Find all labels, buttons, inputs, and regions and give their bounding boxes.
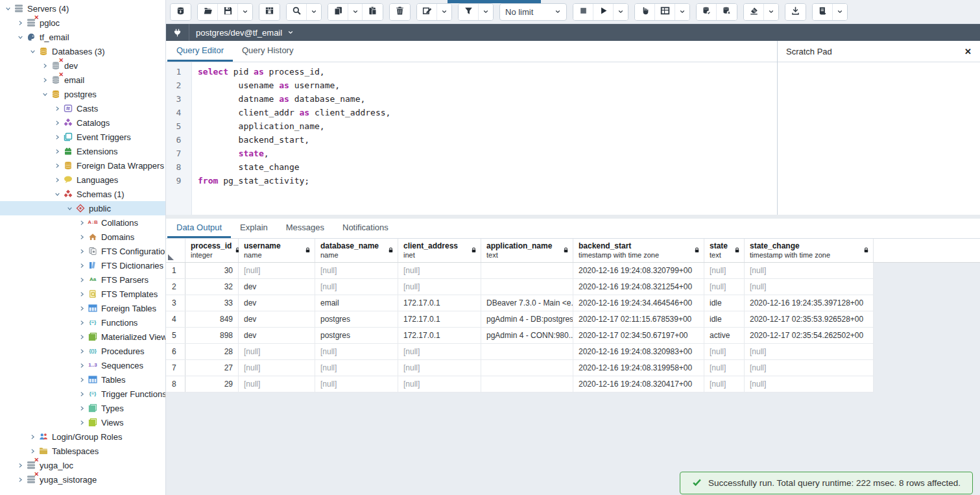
cell-client-address[interactable]: [null] — [398, 344, 481, 359]
cell-process-id[interactable]: 32 — [185, 279, 239, 295]
tab-query-history[interactable]: Query History — [233, 41, 302, 62]
chevron-collapsed-icon[interactable] — [16, 18, 25, 28]
row-number[interactable]: 4 — [166, 311, 185, 327]
cell-database-name[interactable]: [null] — [315, 344, 398, 359]
chevron-expanded-icon[interactable] — [65, 204, 75, 213]
tree-item-languages[interactable]: Languages — [0, 173, 165, 187]
table-row[interactable]: 829[null][null][null]2020-12-16 19:24:08… — [166, 376, 874, 392]
cell-backend-start[interactable]: 2020-12-17 02:11:15.678539+00 — [573, 311, 704, 327]
tree-item-fts-configuration[interactable]: FTS Configuration — [0, 244, 165, 258]
cell-application-name[interactable] — [481, 376, 573, 392]
cell-state-change[interactable]: 2020-12-17 02:35:54.262502+00 — [745, 328, 874, 343]
cell-process-id[interactable]: 33 — [185, 295, 239, 311]
chevron-collapsed-icon[interactable] — [53, 175, 62, 185]
find-button[interactable] — [287, 4, 307, 20]
tree-item-databases-3[interactable]: Databases (3) — [0, 44, 165, 58]
column-header-state[interactable]: statetext — [704, 239, 745, 262]
cell-database-name[interactable]: [null] — [315, 279, 398, 295]
cell-process-id[interactable]: 30 — [185, 263, 239, 278]
view-options-chevron-button[interactable] — [675, 4, 689, 20]
cell-application-name[interactable] — [481, 279, 573, 295]
tree-item-event-triggers[interactable]: Event Triggers — [0, 130, 165, 144]
tree-item-yuga-loc[interactable]: ✕yuga_loc — [0, 458, 165, 472]
edit-options-chevron-button[interactable] — [437, 4, 451, 20]
connection-selector[interactable]: postgres/dev@tf_email — [189, 28, 300, 38]
tree-item-postgres[interactable]: postgres — [0, 87, 165, 101]
tab-query-editor[interactable]: Query Editor — [167, 41, 233, 62]
row-number[interactable]: 5 — [166, 328, 185, 343]
column-header-application-name[interactable]: application_nametext — [481, 239, 573, 262]
cell-client-address[interactable]: [null] — [398, 263, 481, 278]
table-view-button[interactable] — [655, 4, 675, 20]
tree-item-trigger-functions[interactable]: {≡}Trigger Functions — [0, 387, 165, 401]
cell-state-change[interactable]: [null] — [745, 263, 874, 278]
filter-options-chevron-button[interactable] — [479, 4, 493, 20]
cell-state[interactable]: idle — [704, 311, 745, 327]
save-file-button[interactable] — [218, 4, 238, 20]
chevron-expanded-icon[interactable] — [16, 32, 25, 42]
open-file-button[interactable] — [198, 4, 218, 20]
tree-item-procedures[interactable]: {()}Procedures — [0, 344, 165, 358]
filter-button[interactable] — [459, 4, 479, 20]
chevron-expanded-icon[interactable] — [40, 90, 50, 99]
column-header-state-change[interactable]: state_changetimestamp with time zone — [745, 239, 874, 262]
chevron-collapsed-icon[interactable] — [28, 432, 38, 442]
cell-username[interactable]: dev — [239, 311, 315, 327]
new-query-button[interactable] — [171, 4, 191, 20]
clear-button[interactable] — [744, 4, 764, 20]
cell-username[interactable]: [null] — [239, 360, 315, 376]
column-header-username[interactable]: usernamename — [239, 239, 315, 262]
cell-application-name[interactable] — [481, 263, 573, 278]
cell-process-id[interactable]: 28 — [185, 344, 239, 359]
tree-item-login-group-roles[interactable]: Login/Group Roles — [0, 429, 165, 444]
chevron-expanded-icon[interactable] — [28, 47, 38, 56]
macros-options-chevron-button[interactable] — [833, 4, 847, 20]
commit-button[interactable] — [697, 4, 717, 20]
cell-client-address[interactable]: [null] — [398, 279, 481, 295]
tree-item-foreign-tables[interactable]: Foreign Tables — [0, 301, 165, 315]
stop-button[interactable] — [573, 4, 593, 20]
cell-state[interactable]: [null] — [704, 263, 745, 278]
tab-messages[interactable]: Messages — [277, 219, 333, 238]
cell-username[interactable]: [null] — [239, 376, 315, 392]
tree-item-schemas-1[interactable]: Schemas (1) — [0, 187, 165, 201]
chevron-collapsed-icon[interactable] — [77, 418, 87, 428]
tree-item-public[interactable]: public — [0, 201, 165, 215]
row-number[interactable]: 1 — [166, 263, 185, 278]
cell-application-name[interactable] — [481, 360, 573, 376]
chevron-collapsed-icon[interactable] — [77, 332, 87, 342]
table-row[interactable]: 5898devpostgres172.17.0.1pgAdmin 4 - CON… — [166, 328, 874, 344]
tree-item-casts[interactable]: Casts — [0, 101, 165, 115]
tree-item-tf-email[interactable]: tf_email — [0, 30, 165, 44]
chevron-collapsed-icon[interactable] — [77, 232, 87, 242]
cell-backend-start[interactable]: 2020-12-16 19:24:08.320417+00 — [573, 376, 704, 392]
cell-application-name[interactable] — [481, 344, 573, 359]
chevron-collapsed-icon[interactable] — [77, 346, 87, 356]
edit-button[interactable] — [417, 4, 437, 20]
execute-options-chevron-button[interactable] — [614, 4, 628, 20]
chevron-collapsed-icon[interactable] — [77, 375, 87, 385]
chevron-collapsed-icon[interactable] — [40, 75, 50, 85]
cell-backend-start[interactable]: 2020-12-16 19:24:08.320799+00 — [573, 263, 704, 278]
tree-item-pgloc[interactable]: ✕pgloc — [0, 16, 165, 30]
tree-item-fts-parsers[interactable]: AaFTS Parsers — [0, 272, 165, 287]
row-number[interactable]: 6 — [166, 344, 185, 359]
tree-item-collations[interactable]: A↓BCollations — [0, 215, 165, 230]
chevron-collapsed-icon[interactable] — [77, 361, 87, 370]
column-header-client-address[interactable]: client_addressinet — [398, 239, 481, 262]
execute-button[interactable] — [593, 4, 614, 20]
save-data-changes-button[interactable] — [259, 4, 280, 20]
chevron-collapsed-icon[interactable] — [16, 461, 25, 470]
cell-process-id[interactable]: 898 — [185, 328, 239, 343]
cell-state-change[interactable]: [null] — [745, 279, 874, 295]
chevron-collapsed-icon[interactable] — [28, 446, 38, 456]
tree-item-fts-dictionaries[interactable]: FTS Dictionaries — [0, 258, 165, 272]
cell-process-id[interactable]: 849 — [185, 311, 239, 327]
close-icon[interactable]: ✕ — [964, 47, 972, 56]
cell-username[interactable]: dev — [239, 295, 315, 311]
cell-database-name[interactable]: [null] — [315, 376, 398, 392]
cell-client-address[interactable]: 172.17.0.1 — [398, 295, 481, 311]
cell-username[interactable]: [null] — [239, 344, 315, 359]
table-row[interactable]: 727[null][null][null]2020-12-16 19:24:08… — [166, 360, 874, 376]
chevron-collapsed-icon[interactable] — [77, 318, 87, 328]
